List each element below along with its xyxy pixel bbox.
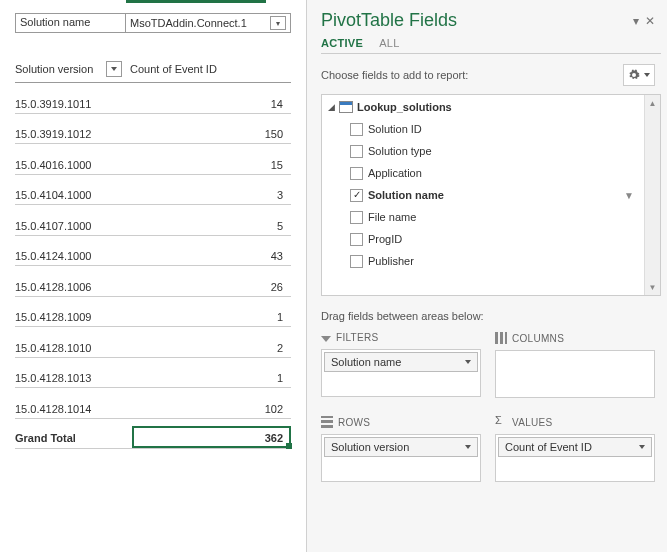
table-node[interactable]: ◢ Lookup_solutions [322,99,644,118]
field-checkbox[interactable] [350,255,363,268]
count-cell: 102 [124,403,291,415]
table-row[interactable]: 15.0.4124.100043 [15,236,291,267]
area-pill[interactable]: Solution version [324,437,478,457]
pill-label: Solution name [331,356,401,368]
field-checkbox[interactable] [350,211,363,224]
table-row[interactable]: 15.0.4128.1014102 [15,388,291,419]
grand-total-label: Grand Total [15,432,124,444]
version-cell: 15.0.4128.1014 [15,403,124,415]
version-cell: 15.0.4104.1000 [15,189,124,201]
field-item[interactable]: Publisher [322,250,644,272]
pivot-header-row: Solution version Count of Event ID [15,55,291,83]
filter-value-cell[interactable]: MsoTDAddin.Connect.1 ▾ [126,14,290,32]
funnel-icon [321,336,331,342]
count-cell: 1 [124,311,291,323]
field-label: Solution name [368,189,444,201]
count-cell: 15 [124,159,291,171]
field-item[interactable]: Solution ID [322,118,644,140]
table-icon [339,101,353,113]
table-name: Lookup_solutions [357,101,452,113]
version-cell: 15.0.4128.1009 [15,311,124,323]
field-item[interactable]: File name [322,206,644,228]
table-row[interactable]: 15.0.4128.10102 [15,327,291,358]
areas-grid: FILTERS Solution name COLUMNS ROWS Solut… [321,332,661,486]
pill-dropdown-icon[interactable] [635,440,649,454]
scroll-up-icon[interactable]: ▲ [645,95,660,111]
filter-field-label: Solution name [16,14,126,32]
area-filters[interactable]: FILTERS Solution name [321,332,481,402]
drag-label: Drag fields between areas below: [321,310,661,322]
field-list-box: ◢ Lookup_solutions Solution IDSolution t… [321,94,661,296]
pill-dropdown-icon[interactable] [461,440,475,454]
table-row[interactable]: 15.0.3919.101114 [15,83,291,114]
version-cell: 15.0.4128.1013 [15,372,124,384]
version-cell: 15.0.4107.1000 [15,220,124,232]
count-cell: 26 [124,281,291,293]
table-row[interactable]: 15.0.4128.10091 [15,297,291,328]
table-row[interactable]: 15.0.4016.100015 [15,144,291,175]
count-cell: 5 [124,220,291,232]
grand-total-value[interactable]: 362 [124,432,291,444]
table-row[interactable]: 15.0.3919.1012150 [15,114,291,145]
sigma-icon [495,416,507,428]
accent-strip [126,0,266,3]
count-cell: 150 [124,128,291,140]
field-label: File name [368,211,416,223]
area-pill[interactable]: Count of Event ID [498,437,652,457]
table-row[interactable]: 15.0.4128.10131 [15,358,291,389]
field-label: Publisher [368,255,414,267]
area-rows[interactable]: ROWS Solution version [321,416,481,486]
pill-label: Count of Event ID [505,441,592,453]
row-labels-dropdown[interactable] [106,61,122,77]
table-row[interactable]: 15.0.4104.10003 [15,175,291,206]
pill-label: Solution version [331,441,409,453]
tab-all[interactable]: ALL [379,37,399,53]
area-columns[interactable]: COLUMNS [495,332,655,402]
close-icon[interactable]: ✕ [645,14,655,28]
columns-icon [495,332,507,344]
field-list-scrollbar[interactable]: ▲ ▼ [644,95,660,295]
field-checkbox[interactable] [350,233,363,246]
filter-dropdown-icon[interactable]: ▾ [270,16,286,30]
gear-button[interactable] [623,64,655,86]
field-list-pane: PivotTable Fields ▾ ✕ ACTIVE ALL Choose … [307,0,667,552]
pivot-data-rows: 15.0.3919.10111415.0.3919.101215015.0.40… [15,83,291,419]
field-checkbox[interactable] [350,189,363,202]
rows-icon [321,416,333,428]
area-values[interactable]: VALUES Count of Event ID [495,416,655,486]
table-row[interactable]: 15.0.4128.100626 [15,266,291,297]
field-checkbox[interactable] [350,167,363,180]
filter-applied-icon: ▼ [624,190,638,201]
version-cell: 15.0.4128.1006 [15,281,124,293]
field-item[interactable]: Solution type [322,140,644,162]
version-cell: 15.0.4124.1000 [15,250,124,262]
collapse-icon[interactable]: ◢ [328,102,335,112]
area-pill[interactable]: Solution name [324,352,478,372]
field-checkbox[interactable] [350,123,363,136]
tabs: ACTIVE ALL [321,37,661,54]
field-checkbox[interactable] [350,145,363,158]
field-label: Solution type [368,145,432,157]
field-label: ProgID [368,233,402,245]
tab-active[interactable]: ACTIVE [321,37,363,53]
field-label: Application [368,167,422,179]
field-item[interactable]: Application [322,162,644,184]
scroll-down-icon[interactable]: ▼ [645,279,660,295]
version-cell: 15.0.3919.1012 [15,128,124,140]
table-row[interactable]: 15.0.4107.10005 [15,205,291,236]
choose-fields-prompt: Choose fields to add to report: [321,69,468,81]
version-cell: 15.0.3919.1011 [15,98,124,110]
gear-icon [628,69,640,81]
version-cell: 15.0.4128.1010 [15,342,124,354]
count-cell: 1 [124,372,291,384]
pill-dropdown-icon[interactable] [461,355,475,369]
row-labels-header: Solution version [15,63,93,75]
count-cell: 2 [124,342,291,354]
pane-dropdown-icon[interactable]: ▾ [633,14,639,28]
filter-value-text: MsoTDAddin.Connect.1 [130,17,247,29]
grand-total-row: Grand Total 362 [15,419,291,449]
report-filter-row[interactable]: Solution name MsoTDAddin.Connect.1 ▾ [15,13,291,33]
field-item[interactable]: ProgID [322,228,644,250]
count-cell: 14 [124,98,291,110]
field-item[interactable]: Solution name▼ [322,184,644,206]
